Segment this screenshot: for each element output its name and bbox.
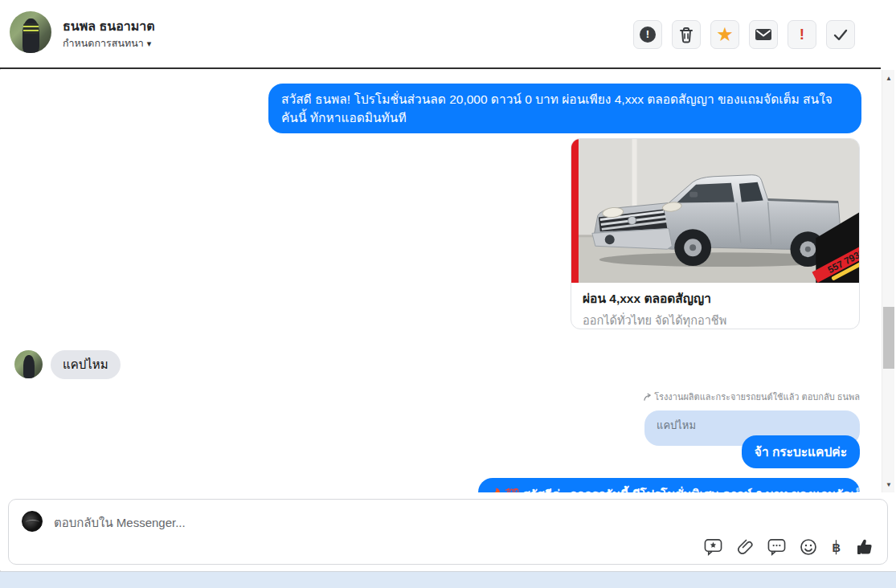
- reply-arrow-icon: [643, 393, 652, 402]
- card-body: ผ่อน 4,xxx ตลอดสัญญา ออกได้ทั่วไทย จัดได…: [571, 283, 859, 329]
- reply-context-banner: โรงงานผลิตและกระจายรถยนต์ใช้แล้ว ตอบกลับ…: [643, 390, 860, 404]
- avatar-figure: [23, 355, 35, 378]
- thumbs-up-icon: [855, 537, 874, 557]
- like-button[interactable]: [855, 537, 874, 557]
- comment-dots-icon: [767, 538, 786, 556]
- exclamation-circle-icon: !: [640, 27, 656, 43]
- schedule-conversation-dropdown[interactable]: กำหนดการสนทนา▾: [63, 35, 151, 51]
- reply-context-text: โรงงานผลิตและกระจายรถยนต์ใช้แล้ว ตอบกลับ…: [654, 390, 860, 404]
- trash-icon: [678, 26, 694, 43]
- car-listing-card[interactable]: 557 7932 ผ่อน 4,xxx ตลอดสัญญา ออกได้ทั่ว…: [571, 138, 860, 329]
- outgoing-promo-message: สวัสดี ธนพล! โปรโมชั่นส่วนลด 20,000 ดาวน…: [268, 84, 861, 133]
- schedule-conversation-label: กำหนดการสนทนา: [63, 38, 144, 49]
- saved-replies-bubble-star-icon: [704, 538, 722, 556]
- header-divider: [0, 67, 881, 69]
- incoming-message-row: แคปไหม: [14, 350, 121, 379]
- partial-message-bubble: 🔥💯 สวัสดีค่ะ ออกรถวันนี้ มีโปรโมชั่นพิเศ…: [478, 478, 860, 492]
- emoji-smile-icon: [800, 538, 817, 556]
- card-title: ผ่อน 4,xxx ตลอดสัญญา: [583, 288, 848, 308]
- mark-unread-button[interactable]: [749, 20, 778, 49]
- composer-section: ตอบกลับใน Messenger...: [0, 492, 896, 570]
- reply-composer[interactable]: ตอบกลับใน Messenger...: [8, 499, 888, 565]
- incoming-message-bubble: แคปไหม: [51, 350, 121, 379]
- contact-name: ธนพล ธนอามาต: [63, 16, 155, 36]
- messenger-inbox-window: ธนพล ธนอามาต กำหนดการสนทนา▾ ! ★: [0, 0, 896, 588]
- baht-icon: B: [831, 538, 841, 556]
- payment-button[interactable]: B: [831, 538, 841, 556]
- star-button[interactable]: ★: [710, 20, 739, 49]
- reply-input[interactable]: ตอบกลับใน Messenger...: [54, 513, 186, 533]
- scroll-up-icon[interactable]: ▲: [882, 71, 895, 84]
- scroll-down-icon[interactable]: ▼: [882, 478, 895, 491]
- outgoing-reply-bubble: จ้า กระบะแคปค่ะ: [742, 435, 860, 468]
- emoji-button[interactable]: [800, 538, 817, 556]
- mark-done-button[interactable]: [826, 20, 855, 49]
- priority-button[interactable]: !: [788, 20, 816, 49]
- bottom-strip: [0, 571, 896, 588]
- attach-button[interactable]: [736, 538, 754, 556]
- delete-button[interactable]: [672, 20, 701, 49]
- check-icon: [832, 26, 849, 43]
- paperclip-icon: [736, 538, 754, 556]
- envelope-icon: [755, 27, 772, 42]
- conversation-toolbar: ! ★ !: [633, 20, 855, 49]
- scrollbar-thumb[interactable]: [883, 307, 894, 369]
- avatar-vest: [23, 23, 39, 35]
- page-avatar: [22, 511, 43, 532]
- message-thread: สวัสดี ธนพล! โปรโมชั่นส่วนลด 20,000 ดาวน…: [0, 70, 882, 492]
- chat-scrollbar[interactable]: ▲ ▼: [882, 70, 894, 492]
- exclamation-icon: !: [800, 26, 804, 43]
- car-photo: 557 7932: [571, 139, 859, 283]
- sender-avatar: [14, 350, 43, 378]
- saved-replies-button[interactable]: [704, 538, 722, 556]
- chevron-down-icon: ▾: [147, 39, 152, 48]
- conversation-header: ธนพล ธนอามาต กำหนดการสนทนา▾ ! ★: [0, 0, 882, 69]
- report-button[interactable]: !: [633, 20, 662, 49]
- composer-toolbar: B: [704, 537, 874, 557]
- contact-avatar[interactable]: [10, 11, 51, 53]
- star-icon: ★: [716, 25, 734, 44]
- comment-button[interactable]: [767, 538, 786, 556]
- card-subtitle: ออกได้ทั่วไทย จัดได้ทุกอาชีพ: [583, 311, 848, 329]
